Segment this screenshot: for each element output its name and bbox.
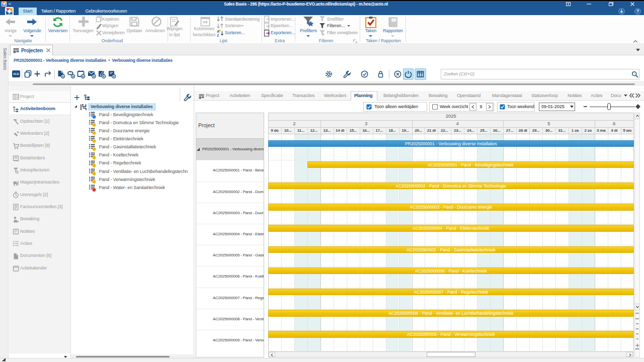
svg-text:?: ? — [636, 9, 639, 14]
svg-text:Z: Z — [217, 33, 219, 37]
